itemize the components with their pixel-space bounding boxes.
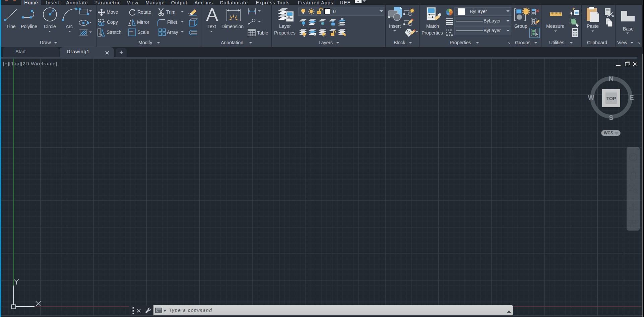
svg-text:S: S: [609, 114, 613, 121]
svg-text:N: N: [609, 75, 614, 82]
svg-text:E: E: [629, 94, 634, 101]
svg-text:W: W: [588, 94, 594, 101]
svg-text:TOP: TOP: [606, 96, 616, 101]
